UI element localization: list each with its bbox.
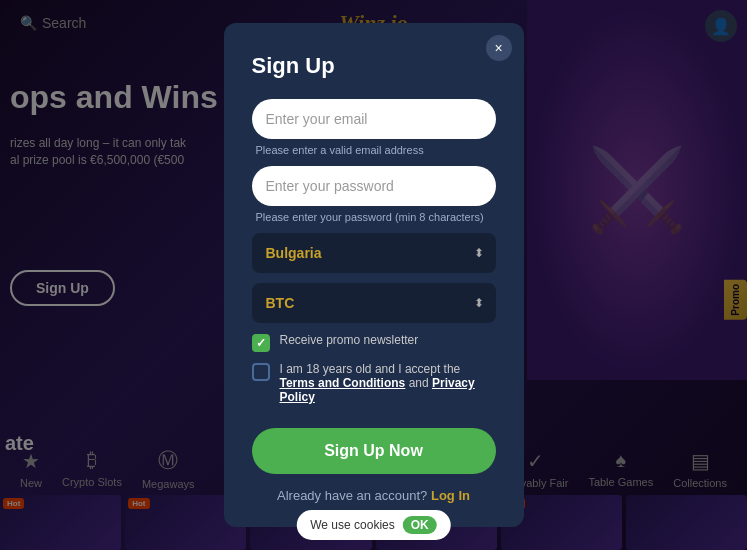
terms-label: I am 18 years old and I accept the Terms… [280, 362, 496, 404]
cookie-ok-button[interactable]: OK [403, 516, 437, 534]
email-hint: Please enter a valid email address [256, 144, 496, 156]
terms-link[interactable]: Terms and Conditions [280, 376, 406, 390]
terms-checkbox[interactable] [252, 363, 270, 381]
email-group: Please enter a valid email address [252, 99, 496, 156]
promo-label: Receive promo newsletter [280, 333, 419, 347]
country-select-wrapper: Bulgaria ⬍ [252, 233, 496, 273]
check-icon: ✓ [256, 336, 266, 350]
already-account: Already have an account? Log In [252, 488, 496, 503]
promo-checkbox[interactable]: ✓ [252, 334, 270, 352]
password-group: Please enter your password (min 8 charac… [252, 166, 496, 223]
cookie-text: We use cookies [310, 518, 395, 532]
signup-button[interactable]: Sign Up Now [252, 428, 496, 474]
modal-title: Sign Up [252, 53, 496, 79]
password-hint: Please enter your password (min 8 charac… [256, 211, 496, 223]
close-button[interactable]: × [486, 35, 512, 61]
cookie-banner: We use cookies OK [296, 510, 451, 540]
promo-newsletter-row: ✓ Receive promo newsletter [252, 333, 496, 352]
login-link[interactable]: Log In [431, 488, 470, 503]
currency-select-wrapper: BTC ⬍ [252, 283, 496, 323]
country-select[interactable]: Bulgaria [252, 233, 496, 273]
currency-select[interactable]: BTC [252, 283, 496, 323]
terms-row: I am 18 years old and I accept the Terms… [252, 362, 496, 404]
password-input[interactable] [252, 166, 496, 206]
signup-modal: × Sign Up Please enter a valid email add… [224, 23, 524, 527]
email-input[interactable] [252, 99, 496, 139]
